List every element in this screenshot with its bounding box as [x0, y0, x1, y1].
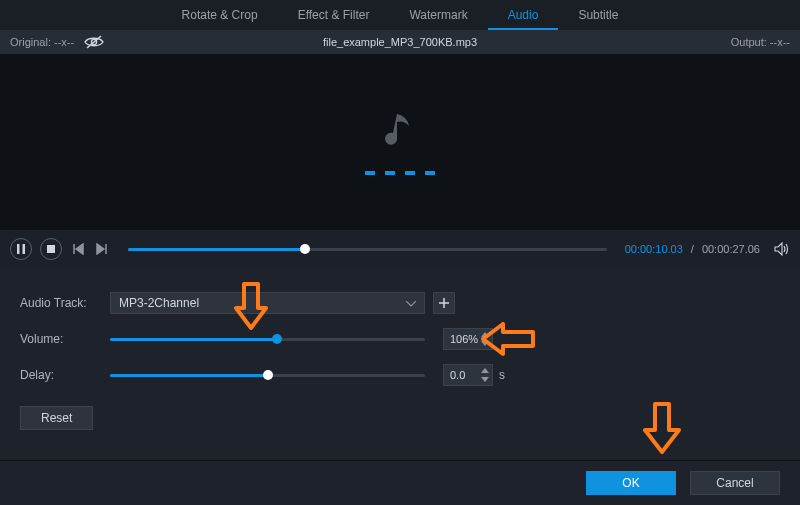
delay-step-down[interactable]	[480, 375, 490, 384]
pause-button[interactable]	[10, 238, 32, 260]
volume-step-down[interactable]	[480, 339, 490, 348]
equalizer-icon	[365, 171, 435, 175]
svg-rect-3	[23, 244, 26, 254]
volume-value: 106%	[450, 333, 478, 345]
tabs-bar: Rotate & Crop Effect & Filter Watermark …	[0, 0, 800, 30]
svg-rect-4	[47, 245, 55, 253]
tab-watermark[interactable]: Watermark	[389, 0, 487, 30]
tab-effect-filter[interactable]: Effect & Filter	[278, 0, 390, 30]
chevron-down-icon	[406, 296, 416, 310]
volume-input[interactable]: 106%	[443, 328, 493, 350]
delay-unit: s	[499, 368, 505, 382]
audio-track-label: Audio Track:	[20, 296, 110, 310]
volume-label: Volume:	[20, 332, 110, 346]
tab-rotate-crop[interactable]: Rotate & Crop	[162, 0, 278, 30]
cancel-button[interactable]: Cancel	[690, 471, 780, 495]
delay-slider[interactable]	[110, 374, 425, 377]
time-sep: /	[691, 243, 694, 255]
reset-button[interactable]: Reset	[20, 406, 93, 430]
tab-audio[interactable]: Audio	[488, 0, 559, 30]
seek-slider[interactable]	[128, 248, 607, 251]
filename-label: file_example_MP3_700KB.mp3	[323, 36, 477, 48]
volume-step-up[interactable]	[480, 330, 490, 339]
original-size-label: Original: --x--	[10, 36, 74, 48]
volume-icon[interactable]	[774, 241, 790, 257]
preview-hide-icon[interactable]	[84, 35, 104, 49]
delay-step-up[interactable]	[480, 366, 490, 375]
output-size-label: Output: --x--	[731, 36, 800, 48]
delay-input[interactable]: 0.0	[443, 364, 493, 386]
svg-rect-2	[17, 244, 20, 254]
delay-label: Delay:	[20, 368, 110, 382]
audio-track-value: MP3-2Channel	[119, 296, 199, 310]
delay-value: 0.0	[450, 369, 465, 381]
time-current: 00:00:10.03	[625, 243, 683, 255]
audio-track-select[interactable]: MP3-2Channel	[110, 292, 425, 314]
play-bar: 00:00:10.03/00:00:27.06	[0, 230, 800, 268]
audio-controls: Audio Track: MP3-2Channel Volume: 106% D…	[0, 268, 800, 440]
ok-button[interactable]: OK	[586, 471, 676, 495]
stop-button[interactable]	[40, 238, 62, 260]
time-duration: 00:00:27.06	[702, 243, 760, 255]
tab-subtitle[interactable]: Subtitle	[558, 0, 638, 30]
footer: OK Cancel	[0, 461, 800, 505]
next-button[interactable]	[94, 241, 110, 257]
add-track-button[interactable]	[433, 292, 455, 314]
volume-slider[interactable]	[110, 338, 425, 341]
info-bar: Original: --x-- file_example_MP3_700KB.m…	[0, 30, 800, 54]
preview-pane	[0, 54, 800, 230]
music-note-icon	[385, 110, 415, 153]
prev-button[interactable]	[70, 241, 86, 257]
